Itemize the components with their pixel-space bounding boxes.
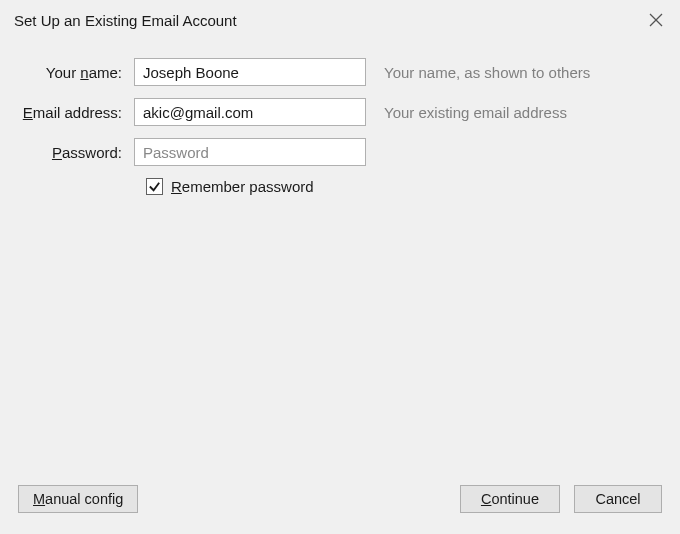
remember-row: Remember password	[146, 178, 660, 195]
name-row: Your name: Your name, as shown to others	[20, 58, 660, 86]
name-hint: Your name, as shown to others	[384, 64, 590, 81]
dialog-window: Set Up an Existing Email Account Your na…	[0, 0, 680, 534]
form-content: Your name: Your name, as shown to others…	[0, 40, 680, 480]
checkmark-icon	[148, 180, 161, 193]
close-icon[interactable]	[648, 12, 664, 28]
remember-checkbox[interactable]	[146, 178, 163, 195]
button-bar: Manual config Continue Cancel	[0, 480, 680, 534]
remember-label: Remember password	[171, 178, 314, 195]
continue-button[interactable]: Continue	[460, 485, 560, 513]
email-field[interactable]	[134, 98, 366, 126]
name-input[interactable]	[134, 58, 366, 86]
email-hint: Your existing email address	[384, 104, 567, 121]
manual-config-button[interactable]: Manual config	[18, 485, 138, 513]
password-label: Password:	[20, 144, 134, 161]
titlebar: Set Up an Existing Email Account	[0, 0, 680, 40]
name-label: Your name:	[20, 64, 134, 81]
email-label: Email address:	[20, 104, 134, 121]
cancel-button[interactable]: Cancel	[574, 485, 662, 513]
password-row: Password:	[20, 138, 660, 166]
password-field[interactable]	[134, 138, 366, 166]
window-title: Set Up an Existing Email Account	[14, 12, 237, 29]
email-row: Email address: Your existing email addre…	[20, 98, 660, 126]
